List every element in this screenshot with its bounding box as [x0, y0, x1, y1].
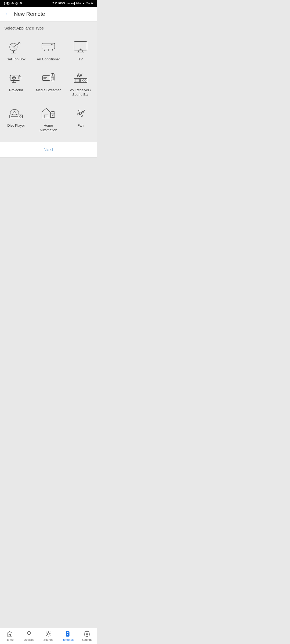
volte-icon: VoLTE: [66, 2, 75, 5]
media-streamer-label: Media Streamer: [36, 88, 61, 93]
svg-rect-36: [75, 79, 79, 82]
appliance-item-set-top-box[interactable]: Set Top Box: [0, 35, 32, 66]
svg-point-42: [14, 111, 15, 113]
appliance-item-air-conditioner[interactable]: Air Conditioner: [32, 35, 64, 66]
svg-rect-30: [52, 79, 52, 79]
empty-area: [0, 158, 97, 265]
tv-label: TV: [78, 57, 83, 62]
svg-point-27: [52, 74, 53, 75]
projector-icon: [8, 71, 24, 84]
svg-point-18: [12, 76, 16, 79]
appliance-item-tv[interactable]: TV: [64, 35, 97, 66]
svg-marker-16: [79, 49, 82, 50]
svg-marker-46: [42, 108, 50, 118]
appliance-item-projector[interactable]: Projector: [0, 66, 32, 101]
av-receiver-icon: AV: [73, 71, 89, 84]
battery: 8%: [86, 2, 90, 5]
svg-line-9: [44, 49, 45, 51]
svg-point-38: [85, 80, 86, 81]
satellite-dish-icon: [8, 41, 24, 53]
status-bar: 6:53 ⊙ ◎ ⊕ 2.21 KB/S VoLTE 4G+ ▲ 8% ⊕: [0, 0, 97, 7]
fan-label: Fan: [78, 123, 84, 128]
battery-icon: ⊕: [91, 2, 93, 5]
media-streamer-icon: [40, 71, 56, 84]
svg-rect-31: [53, 79, 54, 79]
appliance-item-av-receiver[interactable]: AV AV Receiver / Sound Bar: [64, 66, 97, 101]
svg-line-14: [82, 50, 83, 53]
fan-icon: [73, 107, 89, 120]
appliance-item-disc-player[interactable]: Disc Player: [0, 101, 32, 137]
section-label: Select Appliance Type: [0, 21, 97, 33]
svg-point-37: [82, 80, 84, 81]
television-icon: [73, 41, 89, 53]
ac-unit-icon: [40, 41, 56, 53]
appliance-grid: Set Top Box Air Conditioner: [0, 33, 97, 142]
av-receiver-label: AV Receiver / Sound Bar: [67, 88, 94, 97]
disc-player-icon: [8, 107, 24, 120]
svg-rect-6: [42, 43, 55, 49]
svg-line-4: [11, 44, 16, 50]
svg-point-45: [20, 116, 21, 117]
air-conditioner-label: Air Conditioner: [37, 57, 60, 62]
location-icon: ⊕: [20, 2, 22, 5]
svg-point-8: [52, 44, 53, 45]
svg-rect-29: [53, 77, 54, 78]
svg-rect-48: [44, 115, 48, 118]
disc-player-label: Disc Player: [7, 123, 25, 128]
next-section: Next: [0, 142, 97, 158]
appliance-item-media-streamer[interactable]: Media Streamer: [32, 66, 64, 101]
home-automation-icon: [40, 107, 56, 120]
status-right: 2.21 KB/S VoLTE 4G+ ▲ 8% ⊕: [52, 2, 93, 5]
next-button[interactable]: Next: [44, 147, 53, 152]
appliance-item-fan[interactable]: Fan: [64, 101, 97, 137]
network-type: 4G+: [76, 2, 81, 5]
page-title: New Remote: [14, 11, 45, 17]
header: ← New Remote: [0, 7, 97, 21]
svg-text:AV: AV: [77, 73, 82, 78]
projector-label: Projector: [9, 88, 23, 93]
appliance-item-home-automation[interactable]: Home Automation: [32, 101, 64, 137]
svg-line-47: [46, 108, 50, 112]
time: 6:53: [4, 2, 10, 5]
svg-rect-20: [18, 77, 21, 79]
whatsapp-icon: ◎: [15, 2, 18, 5]
signal-icon: ▲: [82, 2, 85, 5]
status-left: 6:53 ⊙ ◎ ⊕: [4, 2, 22, 5]
svg-rect-28: [52, 77, 52, 78]
svg-line-1: [13, 43, 19, 47]
svg-point-41: [10, 109, 19, 115]
home-automation-label: Home Automation: [35, 123, 62, 133]
circle-icon: ⊙: [11, 2, 14, 5]
data-speed: 2.21 KB/S: [52, 2, 65, 5]
svg-rect-24: [42, 76, 50, 80]
svg-point-19: [13, 77, 15, 78]
svg-line-13: [78, 50, 79, 53]
set-top-box-label: Set Top Box: [7, 57, 26, 62]
svg-point-52: [53, 115, 53, 116]
svg-line-11: [52, 49, 53, 51]
back-button[interactable]: ←: [4, 10, 10, 17]
svg-line-22: [13, 80, 14, 83]
